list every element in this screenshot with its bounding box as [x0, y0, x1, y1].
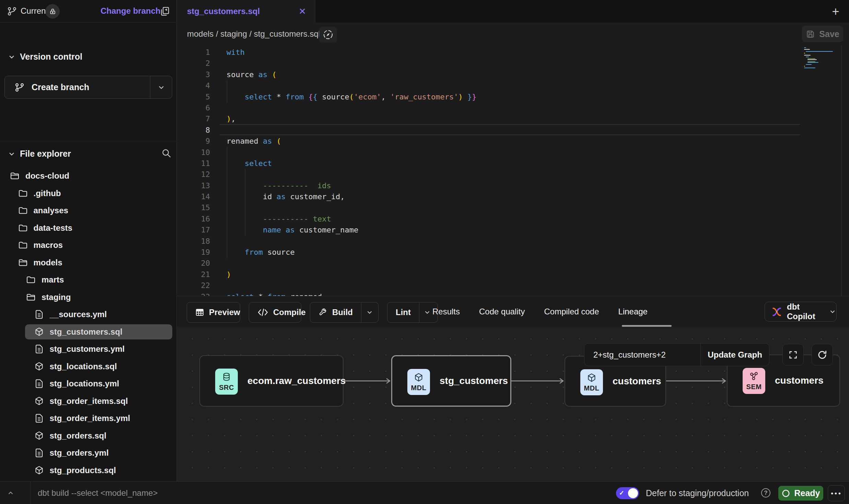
check-icon: ✓	[619, 489, 624, 497]
current-branch-label: Current	[21, 6, 48, 16]
status-circle-icon	[781, 489, 790, 498]
dbt-copilot-button[interactable]: dbt Copilot	[765, 302, 837, 322]
file-tree-label: macros	[34, 240, 63, 250]
file-tree-item-stg-orders-sql[interactable]: stg_orders.sql	[0, 427, 177, 445]
navigate-button[interactable]	[319, 27, 337, 43]
git-branch-icon	[7, 6, 17, 16]
create-branch-button[interactable]: Create branch	[4, 76, 172, 99]
collapse-chevron-icon[interactable]	[7, 489, 14, 497]
fullscreen-button[interactable]	[782, 344, 804, 365]
node-label: customers	[613, 376, 661, 387]
minimap-line	[804, 53, 805, 53]
file-tree-item--github[interactable]: .github	[0, 185, 177, 202]
tab-bar: stg_customers.sql ✕ +	[177, 0, 849, 23]
file-tree-item-macros[interactable]: macros	[0, 237, 177, 254]
selector-input[interactable]: 2+stg_customers+2	[584, 344, 700, 366]
minimap-line	[807, 62, 819, 63]
chevron-down-icon	[366, 309, 373, 316]
copy-icon[interactable]	[160, 6, 171, 17]
minimap-line	[804, 66, 805, 67]
branch-readonly-chip	[45, 4, 60, 19]
cube-icon	[414, 372, 424, 383]
file-tree-item-stg-order-items-sql[interactable]: stg_order_items.sql	[0, 393, 177, 410]
build-button[interactable]: Build	[310, 302, 379, 323]
file-tree-item-stg-locations-sql[interactable]: stg_locations.sql	[0, 358, 177, 375]
file-tree-label: stg_order_items.sql	[50, 396, 128, 406]
model-icon	[34, 327, 44, 337]
tab-lineage[interactable]: Lineage	[618, 307, 648, 316]
minimap-line	[804, 49, 810, 50]
folder-icon	[18, 205, 28, 216]
version-control-title: Version control	[20, 52, 82, 62]
version-control-section: Version control Create branch	[0, 23, 177, 141]
chevron-down-icon[interactable]	[8, 53, 16, 61]
build-dropdown[interactable]	[361, 302, 377, 322]
copilot-icon	[771, 306, 782, 317]
model-icon	[34, 361, 44, 372]
code-lines[interactable]: withsource as ( select * from {{ source(…	[226, 47, 477, 313]
refresh-button[interactable]	[812, 344, 833, 365]
minimap-line	[804, 47, 806, 48]
file-tree-item-analyses[interactable]: analyses	[0, 202, 177, 219]
file-tree-item-stg-products-sql[interactable]: stg_products.sql	[0, 462, 177, 479]
search-icon[interactable]	[161, 148, 172, 158]
file-tree-label: staging	[42, 292, 71, 302]
file-tree-label: marts	[42, 275, 64, 285]
code-line: ---------- ids	[226, 180, 477, 191]
command-input[interactable]: dbt build --select <model_name>	[38, 482, 158, 504]
minimap[interactable]	[804, 47, 840, 71]
update-graph-button[interactable]: Update Graph	[700, 344, 769, 366]
defer-toggle[interactable]: ✓	[616, 487, 639, 499]
file-tree-item-staging[interactable]: staging	[0, 289, 177, 306]
panel-tabs: ResultsCode qualityCompiled codeLineage	[432, 296, 648, 327]
table-icon	[195, 308, 204, 317]
compile-button[interactable]: Compile	[249, 302, 301, 323]
git-branch-icon	[14, 82, 25, 93]
preview-button[interactable]: Preview	[187, 302, 240, 323]
lint-button[interactable]: Lint	[387, 302, 438, 323]
create-branch-dropdown[interactable]	[150, 76, 172, 98]
wrench-icon	[318, 308, 327, 317]
code-line: id as customer_id,	[226, 191, 477, 202]
file-tree-item-data-tests[interactable]: data-tests	[0, 219, 177, 237]
lineage-node-stg-customers[interactable]: MDLstg_customers	[391, 355, 511, 407]
tab-results[interactable]: Results	[432, 307, 460, 316]
minimap-line	[807, 58, 815, 59]
chevron-down-icon[interactable]	[8, 150, 16, 158]
file-tree-item-docs-cloud[interactable]: docs-cloud	[0, 167, 177, 185]
line-number: 13	[177, 180, 210, 191]
model-icon	[34, 465, 44, 476]
tab-code-quality[interactable]: Code quality	[479, 307, 525, 316]
file-tree-item-stg-locations-yml[interactable]: stg_locations.yml	[0, 375, 177, 393]
code-line: renamed as (	[226, 136, 477, 147]
editor-tab[interactable]: stg_customers.sql ✕	[177, 0, 315, 23]
file-tree-item-marts[interactable]: marts	[0, 271, 177, 289]
minimap-line	[804, 68, 815, 68]
semantic-icon	[749, 371, 759, 382]
minimap-line	[806, 64, 812, 65]
file-tree-item-stg-orders-yml[interactable]: stg_orders.yml	[0, 444, 177, 462]
file-tree-item-models[interactable]: models	[0, 254, 177, 272]
file-icon	[34, 344, 44, 354]
file-tree-item-stg-order-items-yml[interactable]: stg_order_items.yml	[0, 410, 177, 427]
plus-icon: +	[832, 4, 839, 19]
ready-status-badge[interactable]: Ready	[778, 486, 823, 501]
file-tree-label: stg_order_items.yml	[50, 413, 130, 423]
file-explorer-section: File explorer docs-cloud.githubanalysesd…	[0, 141, 177, 481]
file-tree-item--sources-yml[interactable]: __sources.yml	[0, 306, 177, 323]
file-tree-item-stg-customers-yml[interactable]: stg_customers.yml	[0, 340, 177, 358]
lineage-node-ecom-raw-customers[interactable]: SRCecom.raw_customers	[199, 355, 344, 407]
main-panel: stg_customers.sql ✕ + models / staging /…	[177, 0, 849, 481]
more-button[interactable]: ●●●	[828, 485, 845, 501]
tab-compiled-code[interactable]: Compiled code	[544, 307, 599, 316]
new-tab-button[interactable]: +	[828, 4, 843, 19]
line-number: 8	[177, 125, 210, 136]
line-number: 21	[177, 269, 210, 280]
help-icon[interactable]: ?	[761, 488, 770, 497]
save-button[interactable]: Save	[802, 26, 843, 42]
change-branch-link[interactable]: Change branch	[101, 6, 161, 16]
file-tree-item-stg-customers-sql[interactable]: stg_customers.sql	[0, 323, 177, 341]
button-label: Build	[332, 308, 353, 317]
tab-close-icon[interactable]: ✕	[299, 6, 306, 17]
code-icon	[257, 308, 268, 317]
